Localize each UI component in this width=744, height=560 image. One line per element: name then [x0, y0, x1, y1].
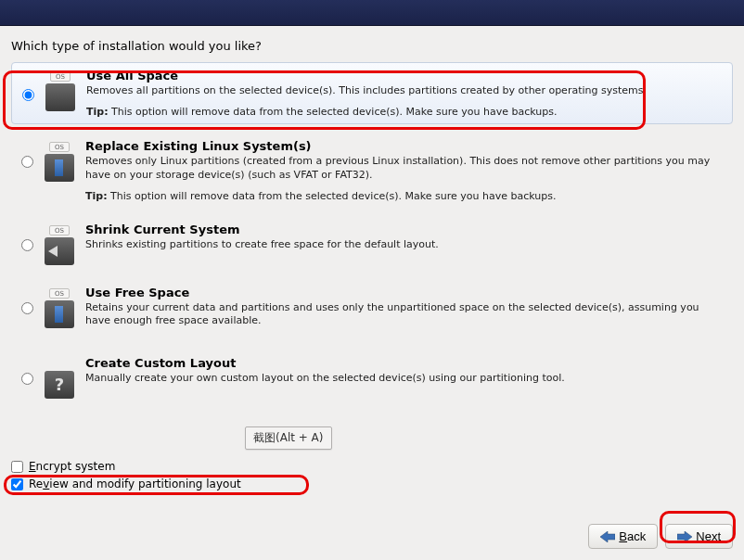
text-col: Create Custom Layout Manually create you… — [82, 356, 727, 393]
review-partitioning-checkbox[interactable] — [11, 478, 23, 490]
radio-shrink[interactable] — [21, 239, 33, 251]
radio-col — [18, 69, 38, 101]
option-title: Shrink Current System — [85, 223, 727, 236]
review-partitioning-checkbox-row[interactable]: Review and modify partitioning layout — [11, 477, 241, 490]
os-tab-icon: OS — [50, 71, 71, 82]
option-title: Use Free Space — [85, 286, 727, 299]
option-title: Create Custom Layout — [85, 356, 727, 370]
radio-col — [17, 356, 37, 385]
svg-marker-1 — [677, 531, 692, 542]
option-use-all-space[interactable]: OS Use All Space Removes all partitions … — [11, 62, 733, 124]
text-col: Shrink Current System Shrinks existing p… — [82, 223, 727, 260]
os-tab-icon: OS — [49, 288, 70, 299]
radio-col — [17, 286, 37, 314]
text-col: Use All Space Removes all partitions on … — [83, 69, 726, 118]
option-desc: Removes all partitions on the selected d… — [86, 84, 726, 98]
install-type-options: OS Use All Space Removes all partitions … — [11, 62, 733, 404]
encrypt-system-label: Encrypt system — [29, 460, 115, 473]
option-title: Replace Existing Linux System(s) — [85, 139, 727, 153]
back-label: Back — [619, 529, 646, 543]
arrow-left-icon — [600, 531, 615, 542]
disk-icon: OS — [45, 154, 74, 182]
option-shrink[interactable]: OS Shrink Current System Shrinks existin… — [11, 217, 733, 271]
os-tab-icon: OS — [49, 225, 70, 235]
disk-icon: OS — [45, 300, 74, 328]
os-tab-icon: OS — [49, 142, 70, 152]
option-custom-layout[interactable]: Create Custom Layout Manually create you… — [11, 350, 733, 404]
radio-replace-linux[interactable] — [21, 156, 33, 168]
icon-col: OS — [37, 223, 82, 265]
footer-buttons: Back Next — [588, 524, 733, 549]
text-col: Use Free Space Retains your current data… — [82, 286, 727, 337]
option-tip: Tip: This option will remove data from t… — [86, 106, 726, 118]
svg-marker-0 — [600, 531, 615, 542]
review-partitioning-label: Review and modify partitioning layout — [29, 477, 241, 490]
radio-use-all-space[interactable] — [22, 89, 34, 101]
prompt-text: Which type of installation would you lik… — [11, 39, 733, 53]
radio-custom-layout[interactable] — [21, 373, 33, 385]
text-col: Replace Existing Linux System(s) Removes… — [82, 139, 727, 202]
content-area: Which type of installation would you lik… — [0, 26, 744, 404]
encrypt-system-checkbox[interactable] — [11, 461, 23, 473]
screenshot-hint-badge: 截图(Alt + A) — [245, 426, 332, 450]
header-bar — [0, 0, 744, 26]
option-replace-linux[interactable]: OS Replace Existing Linux System(s) Remo… — [11, 134, 733, 208]
next-label: Next — [696, 529, 721, 543]
option-desc: Manually create your own custom layout o… — [85, 372, 727, 386]
option-desc: Shrinks existing partitions to create fr… — [85, 238, 727, 252]
back-button[interactable]: Back — [588, 524, 658, 549]
radio-col — [17, 139, 37, 168]
icon-col: OS — [37, 286, 82, 328]
option-desc: Removes only Linux partitions (created f… — [85, 155, 727, 183]
disk-icon: OS — [45, 83, 75, 111]
encrypt-system-checkbox-row[interactable]: Encrypt system — [11, 460, 241, 473]
disk-question-icon — [45, 371, 74, 399]
disk-shrink-icon: OS — [45, 237, 74, 265]
radio-col — [17, 223, 37, 251]
option-free-space[interactable]: OS Use Free Space Retains your current d… — [11, 280, 733, 342]
arrow-right-icon — [677, 531, 692, 542]
icon-col — [37, 356, 82, 399]
icon-col: OS — [38, 69, 83, 111]
icon-col: OS — [37, 139, 82, 182]
option-tip: Tip: This option will remove data from t… — [85, 190, 727, 202]
bottom-checkboxes: Encrypt system Review and modify partiti… — [11, 460, 241, 495]
option-desc: Retains your current data and partitions… — [85, 301, 727, 329]
radio-free-space[interactable] — [21, 302, 33, 314]
option-title: Use All Space — [86, 69, 726, 83]
next-button[interactable]: Next — [665, 524, 733, 549]
